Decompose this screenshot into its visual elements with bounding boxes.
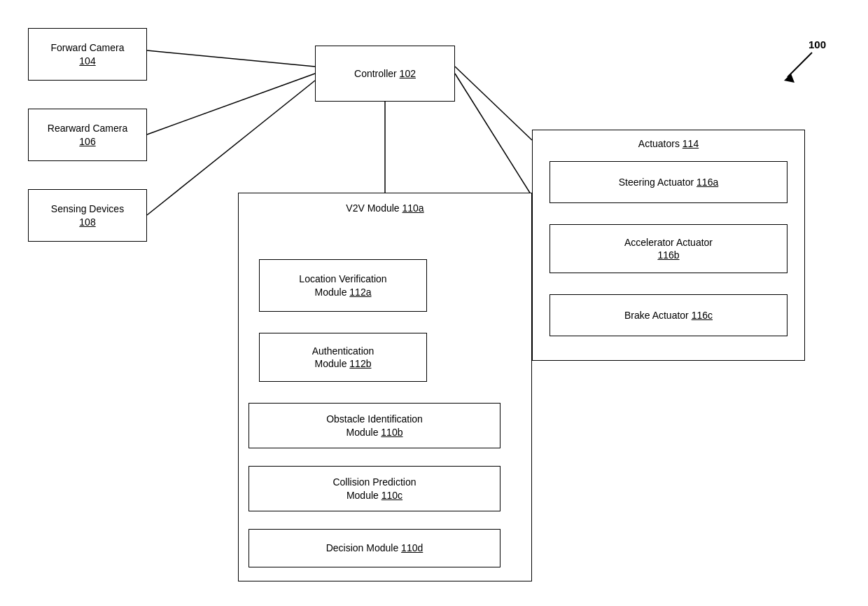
sensing-devices-label: Sensing Devices	[51, 202, 124, 215]
sensing-devices-id: 108	[79, 216, 95, 228]
location-verification-box: Location VerificationModule 112a	[259, 259, 427, 312]
decision-module-label: Decision Module 110d	[326, 542, 424, 554]
rearward-camera-id: 106	[79, 135, 95, 148]
steering-actuator-label: Steering Actuator 116a	[619, 176, 718, 188]
brake-actuator-box: Brake Actuator 116c	[550, 294, 788, 336]
controller-label: Controller 102	[354, 67, 416, 80]
collision-prediction-id: 110c	[382, 490, 402, 501]
collision-prediction-label: Collision PredictionModule 110c	[332, 476, 416, 501]
obstacle-identification-label: Obstacle IdentificationModule 110b	[326, 413, 423, 438]
accelerator-actuator-box: Accelerator Actuator116b	[550, 224, 788, 273]
diagram-container: Forward Camera 104 Rearward Camera106 Se…	[0, 0, 868, 606]
decision-module-id: 110d	[401, 542, 423, 553]
svg-line-5	[455, 67, 532, 140]
v2v-module-label: V2V Module 110a	[346, 202, 424, 214]
collision-prediction-box: Collision PredictionModule 110c	[248, 466, 500, 511]
svg-line-1	[147, 74, 315, 135]
forward-camera-label: Forward Camera	[50, 41, 124, 54]
rearward-camera-box: Rearward Camera106	[28, 109, 147, 161]
actuators-id: 114	[682, 138, 699, 149]
forward-camera-box: Forward Camera 104	[28, 28, 147, 81]
location-verification-label: Location VerificationModule 112a	[299, 273, 386, 298]
obstacle-identification-id: 110b	[381, 427, 402, 438]
v2v-module-box: V2V Module 110a	[238, 193, 532, 581]
steering-actuator-id: 116a	[696, 177, 718, 188]
svg-line-3	[455, 74, 532, 196]
figure-arrow	[777, 49, 819, 84]
authentication-label: AuthenticationModule 112b	[312, 345, 374, 370]
forward-camera-id: 104	[79, 55, 95, 67]
steering-actuator-box: Steering Actuator 116a	[550, 161, 788, 203]
brake-actuator-id: 116c	[692, 310, 713, 321]
location-verification-id: 112a	[349, 287, 371, 298]
v2v-module-id: 110a	[402, 202, 424, 214]
controller-box: Controller 102	[315, 46, 455, 102]
rearward-camera-label: Rearward Camera	[48, 122, 127, 135]
svg-line-6	[788, 53, 812, 77]
accelerator-actuator-id: 116b	[657, 249, 679, 261]
actuators-label: Actuators 114	[638, 137, 699, 150]
sensing-devices-box: Sensing Devices 108	[28, 189, 147, 242]
authentication-box: AuthenticationModule 112b	[259, 333, 427, 382]
obstacle-identification-box: Obstacle IdentificationModule 110b	[248, 403, 500, 448]
controller-id: 102	[400, 68, 416, 79]
authentication-id: 112b	[349, 358, 371, 369]
svg-line-0	[147, 50, 315, 67]
accelerator-actuator-label: Accelerator Actuator116b	[624, 236, 713, 261]
decision-module-box: Decision Module 110d	[248, 529, 500, 567]
brake-actuator-label: Brake Actuator 116c	[624, 309, 713, 322]
